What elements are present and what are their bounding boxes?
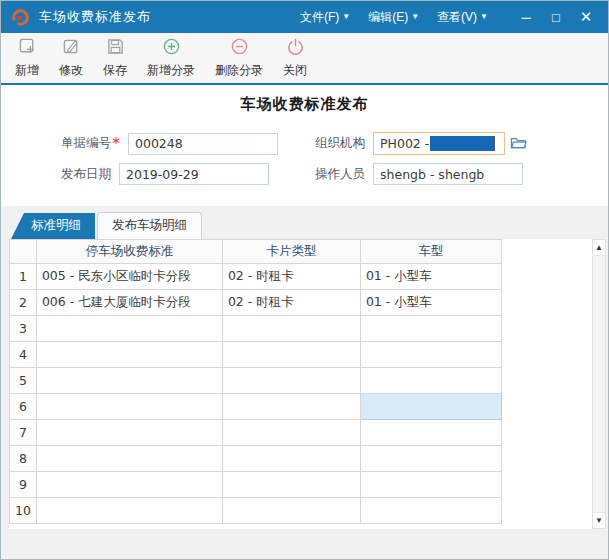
table-cell[interactable] — [360, 446, 501, 472]
app-window: 车场收费标准发布 文件(F)▼编辑(E)▼查看(V)▼ ─□✕ 新增修改保存新增… — [0, 0, 609, 560]
window-title: 车场收费标准发布 — [39, 8, 151, 26]
doc-no-input[interactable] — [128, 133, 278, 155]
selected-cell[interactable] — [360, 394, 501, 420]
operator-input[interactable] — [373, 163, 523, 185]
table-cell[interactable] — [36, 394, 222, 420]
detail-table: 停车场收费标准卡片类型车型 1005 - 民东小区临时卡分段02 - 时租卡01… — [9, 239, 502, 524]
column-header: 停车场收费标准 — [36, 240, 222, 264]
table-row: 5 — [10, 368, 502, 394]
bottom-filler — [1, 529, 608, 559]
table-cell[interactable] — [360, 342, 501, 368]
delete-entry-button[interactable]: 删除分录 — [205, 35, 273, 81]
table-cell[interactable] — [360, 472, 501, 498]
organization-field-row: 组织机构 PH002 - — [293, 132, 608, 155]
table-row: 9 — [10, 472, 502, 498]
table-cell[interactable] — [36, 498, 222, 524]
table-cell[interactable] — [36, 368, 222, 394]
vertical-scrollbar[interactable]: ▲ ▼ — [592, 239, 606, 529]
table-row: 10 — [10, 498, 502, 524]
tab-strip: 标准明细发布车场明细 — [11, 214, 608, 239]
row-number[interactable]: 9 — [10, 472, 37, 498]
toolbar-button-label: 新增 — [15, 62, 39, 79]
add-entry-button[interactable]: 新增分录 — [137, 35, 205, 81]
maximize-button[interactable]: □ — [544, 6, 568, 28]
toolbar-button-label: 新增分录 — [147, 62, 195, 79]
scroll-down-arrow-icon[interactable]: ▼ — [593, 512, 605, 528]
chevron-down-icon: ▼ — [480, 13, 488, 21]
table-cell[interactable] — [222, 472, 360, 498]
table-cell[interactable]: 006 - 七建大厦临时卡分段 — [36, 290, 222, 316]
table-cell[interactable] — [36, 342, 222, 368]
table-cell[interactable]: 005 - 民东小区临时卡分段 — [36, 264, 222, 290]
minimize-button[interactable]: ─ — [514, 6, 538, 28]
menu-view[interactable]: 查看(V)▼ — [437, 9, 488, 26]
header-form: 单据编号* 组织机构 PH002 - — [1, 132, 608, 185]
titlebar[interactable]: 车场收费标准发布 文件(F)▼编辑(E)▼查看(V)▼ ─□✕ — [1, 1, 608, 33]
circle-plus-icon — [162, 37, 181, 59]
modify-button[interactable]: 修改 — [49, 35, 93, 81]
organization-browse-button[interactable] — [510, 135, 527, 153]
table-cell[interactable] — [222, 394, 360, 420]
toolbar-button-label: 关闭 — [283, 62, 307, 79]
close-icon: ✕ — [580, 8, 593, 26]
save-button[interactable]: 保存 — [93, 35, 137, 81]
table-cell[interactable] — [360, 420, 501, 446]
tab-standard-detail[interactable]: 标准明细 — [11, 213, 95, 239]
table-cell[interactable] — [222, 342, 360, 368]
table-row: 1005 - 民东小区临时卡分段02 - 时租卡01 - 小型车 — [10, 264, 502, 290]
app-logo-icon — [11, 8, 30, 27]
organization-value-prefix: PH002 - — [380, 136, 429, 151]
page-title: 车场收费标准发布 — [1, 95, 608, 114]
folder-icon — [510, 135, 527, 153]
menu-label: 编辑(E) — [368, 9, 408, 26]
publish-date-label: 发布日期 — [61, 166, 111, 183]
form-area: 车场收费标准发布 单据编号* 组织机构 PH002 - — [1, 85, 608, 206]
table-row: 3 — [10, 316, 502, 342]
row-number[interactable]: 3 — [10, 316, 37, 342]
row-number[interactable]: 5 — [10, 368, 37, 394]
table-cell[interactable] — [222, 420, 360, 446]
table-cell[interactable]: 02 - 时租卡 — [222, 290, 360, 316]
row-number[interactable]: 4 — [10, 342, 37, 368]
document-add-icon — [18, 37, 37, 59]
menu-label: 文件(F) — [300, 9, 339, 26]
publish-date-field-row: 发布日期 — [1, 163, 293, 185]
row-number[interactable]: 1 — [10, 264, 37, 290]
minimize-icon: ─ — [521, 10, 530, 25]
table-cell[interactable] — [222, 316, 360, 342]
table-cell[interactable] — [360, 316, 501, 342]
table-cell[interactable] — [360, 498, 501, 524]
close-button[interactable]: ✕ — [574, 6, 598, 28]
power-icon — [286, 37, 305, 59]
menu-file[interactable]: 文件(F)▼ — [300, 9, 350, 26]
organization-input[interactable]: PH002 - — [373, 132, 505, 155]
table-cell[interactable]: 02 - 时租卡 — [222, 264, 360, 290]
row-number[interactable]: 2 — [10, 290, 37, 316]
table-cell[interactable] — [36, 446, 222, 472]
table-cell[interactable] — [360, 368, 501, 394]
row-number[interactable]: 8 — [10, 446, 37, 472]
table-cell[interactable]: 01 - 小型车 — [360, 264, 501, 290]
grid-area: 停车场收费标准卡片类型车型 1005 - 民东小区临时卡分段02 - 时租卡01… — [9, 239, 606, 529]
row-number[interactable]: 6 — [10, 394, 37, 420]
table-cell[interactable] — [36, 316, 222, 342]
circle-minus-icon — [230, 37, 249, 59]
column-header: 车型 — [360, 240, 501, 264]
table-cell[interactable] — [222, 446, 360, 472]
menu-edit[interactable]: 编辑(E)▼ — [368, 9, 419, 26]
close-button[interactable]: 关闭 — [273, 35, 317, 81]
save-icon — [106, 37, 125, 59]
new-button[interactable]: 新增 — [5, 35, 49, 81]
row-number[interactable]: 10 — [10, 498, 37, 524]
table-cell[interactable] — [36, 420, 222, 446]
publish-date-input[interactable] — [119, 163, 269, 185]
table-cell[interactable] — [222, 498, 360, 524]
table-cell[interactable]: 01 - 小型车 — [360, 290, 501, 316]
doc-no-label: 单据编号 — [61, 135, 111, 152]
table-row: 6 — [10, 394, 502, 420]
row-number[interactable]: 7 — [10, 420, 37, 446]
table-cell[interactable] — [222, 368, 360, 394]
tab-publish-lot-detail[interactable]: 发布车场明细 — [97, 212, 202, 239]
scroll-up-arrow-icon[interactable]: ▲ — [593, 240, 605, 256]
table-cell[interactable] — [36, 472, 222, 498]
